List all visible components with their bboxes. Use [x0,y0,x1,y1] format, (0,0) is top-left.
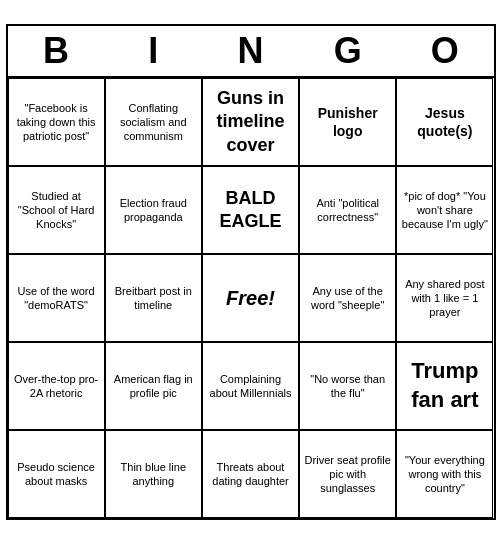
bingo-cell-11: Breitbart post in timeline [105,254,202,342]
bingo-cell-16: American flag in profile pic [105,342,202,430]
bingo-cell-5: Studied at "School of Hard Knocks" [8,166,105,254]
bingo-letter-n: N [205,30,295,72]
bingo-cell-19: Trump fan art [396,342,493,430]
bingo-cell-4: Jesus quote(s) [396,78,493,166]
bingo-cell-8: Anti "political correctness" [299,166,396,254]
bingo-cell-12: Free! [202,254,299,342]
bingo-letter-o: O [400,30,490,72]
bingo-card: BINGO "Facebook is taking down this patr… [6,24,496,520]
bingo-letter-b: B [11,30,101,72]
bingo-cell-24: "Your everything wrong with this country… [396,430,493,518]
bingo-cell-0: "Facebook is taking down this patriotic … [8,78,105,166]
bingo-cell-18: "No worse than the flu" [299,342,396,430]
bingo-header: BINGO [8,26,494,78]
bingo-cell-13: Any use of the word "sheeple" [299,254,396,342]
bingo-cell-21: Thin blue line anything [105,430,202,518]
bingo-cell-22: Threats about dating daughter [202,430,299,518]
bingo-cell-6: Election fraud propaganda [105,166,202,254]
bingo-cell-20: Pseudo science about masks [8,430,105,518]
bingo-cell-23: Driver seat profile pic with sunglasses [299,430,396,518]
bingo-cell-9: *pic of dog* "You won't share because I'… [396,166,493,254]
bingo-cell-1: Conflating socialism and communism [105,78,202,166]
bingo-letter-i: I [108,30,198,72]
bingo-cell-10: Use of the word "demoRATS" [8,254,105,342]
bingo-letter-g: G [303,30,393,72]
bingo-cell-2: Guns in timeline cover [202,78,299,166]
bingo-cell-15: Over-the-top pro-2A rhetoric [8,342,105,430]
bingo-cell-17: Complaining about Millennials [202,342,299,430]
bingo-cell-3: Punisher logo [299,78,396,166]
bingo-grid: "Facebook is taking down this patriotic … [8,78,494,518]
bingo-cell-7: BALD EAGLE [202,166,299,254]
bingo-cell-14: Any shared post with 1 like = 1 prayer [396,254,493,342]
